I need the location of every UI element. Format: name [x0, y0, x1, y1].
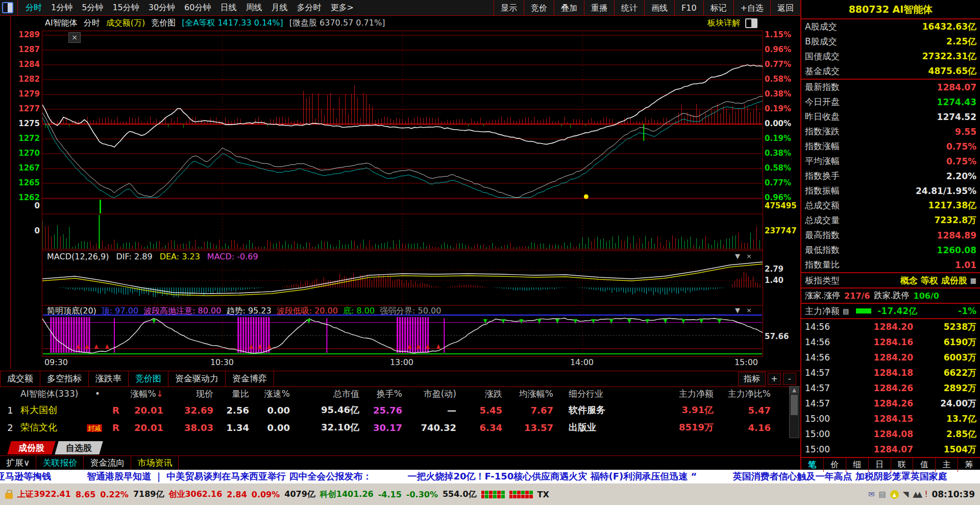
- indicator-tab-多空指标[interactable]: 多空指标: [40, 371, 89, 387]
- table-row-荣信文化[interactable]: 2荣信文化封减R20.0138.031.340.0032.10亿30.17740…: [0, 419, 789, 436]
- group-tab-自选股[interactable]: 自选股: [55, 441, 103, 454]
- period-item-15分钟[interactable]: 15分钟: [108, 0, 143, 15]
- indicator-select-button[interactable]: 指标: [738, 372, 766, 386]
- amount-mode-label[interactable]: 成交额(万): [106, 18, 145, 29]
- upload-icon[interactable]: ▲: [890, 490, 899, 499]
- period-item-分时[interactable]: 分时: [21, 0, 46, 15]
- tick-row[interactable]: 15:001284.1513.7亿: [801, 411, 980, 426]
- index-创业[interactable]: 创业3062.16: [168, 489, 222, 500]
- satellite-icon[interactable]: ◥: [903, 490, 909, 499]
- tick-row[interactable]: 15:001284.071504万: [801, 442, 980, 457]
- column-header-zs[interactable]: 涨速%: [249, 388, 290, 400]
- period-item-5分钟[interactable]: 5分钟: [77, 0, 108, 15]
- tick-row[interactable]: 14:561284.206003万: [801, 350, 980, 365]
- macd-collapse-icon[interactable]: ▼: [735, 252, 740, 260]
- tool-button-显示[interactable]: 显示: [494, 1, 524, 15]
- scroll-up-icon[interactable]: ▲: [790, 387, 799, 394]
- tick-row[interactable]: 14:571284.262892万: [801, 380, 980, 396]
- column-header-price[interactable]: 现价: [163, 388, 213, 400]
- period-item-月线[interactable]: 月线: [266, 0, 292, 15]
- bottom-tab-市场资讯[interactable]: 市场资讯: [131, 456, 179, 470]
- lock-icon[interactable]: [5, 493, 13, 499]
- tick-row[interactable]: 14:561284.166190万: [801, 334, 980, 350]
- tool-button-画线[interactable]: 画线: [644, 1, 674, 15]
- overlay-index-2[interactable]: [微盘股 6370.57 0.71%]: [289, 18, 385, 29]
- bottom-tab-关联报价[interactable]: 关联报价: [36, 456, 84, 470]
- panel-toggle-icon[interactable]: [745, 18, 757, 28]
- stock-name[interactable]: 科大国创: [20, 404, 87, 416]
- topbot-title[interactable]: 简明顶底(20): [47, 306, 96, 317]
- indicator-tab-资金驱动力[interactable]: 资金驱动力: [168, 371, 226, 387]
- news-item[interactable]: 智通港股早知道 ｜ 中美贸易谈判在马来西亚举行 四中全会公报发布：: [87, 470, 372, 483]
- tick-row[interactable]: 15:001284.082.85亿: [801, 426, 980, 442]
- bid-chart-label[interactable]: 竞价图: [151, 18, 176, 29]
- document-icon[interactable]: ▤: [879, 490, 886, 499]
- market-heat-icon[interactable]: [481, 491, 505, 498]
- indicator-tab-竞价图[interactable]: 竞价图: [129, 371, 168, 387]
- tick-row[interactable]: 14:571284.186622万: [801, 365, 980, 380]
- column-header-zf[interactable]: 涨幅%↓: [124, 388, 163, 400]
- rp-tab-细[interactable]: 细: [846, 458, 868, 472]
- column-header-zd[interactable]: 涨跌: [456, 388, 502, 400]
- rp-tab-主[interactable]: 主: [935, 458, 958, 472]
- tool-button-统计[interactable]: 统计: [614, 1, 644, 15]
- column-header-mv[interactable]: 总市值: [290, 388, 359, 400]
- scroll-thumb[interactable]: [791, 395, 798, 415]
- news-item[interactable]: 亚马逊等掏钱: [0, 470, 51, 483]
- group-tab-成份股[interactable]: 成份股: [7, 441, 55, 454]
- column-header-hs[interactable]: 换手%: [359, 388, 402, 400]
- tick-row[interactable]: 14:561284.205238万: [801, 319, 980, 334]
- rp-tab-值[interactable]: 值: [913, 458, 935, 472]
- tool-button-标记[interactable]: 标记: [703, 1, 733, 15]
- alert-icon[interactable]: !: [924, 490, 927, 499]
- window-icon[interactable]: [2, 2, 13, 13]
- column-header-jzf[interactable]: 均涨幅%: [502, 388, 553, 400]
- period-item-日线[interactable]: 日线: [215, 0, 241, 15]
- topbot-close-icon[interactable]: ×: [746, 306, 752, 314]
- tool-button-竞价[interactable]: 竞价: [524, 1, 554, 15]
- overlay-close-icon[interactable]: ×: [68, 32, 81, 43]
- column-header-pe[interactable]: 市盈(动): [402, 388, 456, 400]
- period-label[interactable]: 分时: [84, 18, 100, 29]
- tool-button-叠加[interactable]: 叠加: [554, 1, 584, 15]
- market-heat-icon[interactable]: [509, 491, 533, 498]
- bottom-tab-扩展∨[interactable]: 扩展∨: [0, 456, 36, 470]
- column-header-zl[interactable]: 主力净额: [640, 388, 714, 400]
- table-scrollbar[interactable]: ▲: [789, 386, 799, 438]
- news-item[interactable]: 英国消费者信心触及一年高点 加税阴影笼罩英国家庭: [732, 470, 947, 483]
- period-item-多分时[interactable]: 多分时: [292, 0, 326, 15]
- macd-title[interactable]: MACD(12,26,9): [47, 252, 109, 261]
- sector-detail-button[interactable]: 板块详解: [707, 18, 740, 29]
- period-item-30分钟[interactable]: 30分钟: [144, 0, 180, 15]
- zoom-in-button[interactable]: +: [768, 373, 781, 385]
- constituent-list-icon[interactable]: ▦: [970, 277, 976, 284]
- tool-button-F10[interactable]: F10: [674, 1, 703, 15]
- mail-icon[interactable]: ✉: [868, 490, 875, 499]
- period-item-周线[interactable]: 周线: [241, 0, 266, 15]
- column-header-lb[interactable]: 量比: [213, 388, 249, 400]
- indicator-tab-资金博弈[interactable]: 资金博弈: [226, 371, 274, 387]
- stock-name[interactable]: 荣信文化: [20, 421, 87, 434]
- macd-close-icon[interactable]: ×: [746, 252, 752, 260]
- overlay-index-1[interactable]: [全A等权 1417.33 0.14%]: [182, 18, 283, 29]
- column-header-ind[interactable]: 细分行业: [553, 388, 640, 400]
- zoom-out-button[interactable]: -: [783, 373, 796, 385]
- rp-tab-联[interactable]: 联: [891, 458, 913, 472]
- topbot-collapse-icon[interactable]: ▼: [735, 306, 740, 314]
- rp-tab-笔[interactable]: 笔: [801, 458, 823, 472]
- period-item-更多>[interactable]: 更多>: [326, 0, 358, 15]
- period-item-1分钟[interactable]: 1分钟: [46, 0, 77, 15]
- period-item-60分钟[interactable]: 60分钟: [180, 0, 215, 15]
- tool-button-重播[interactable]: 重播: [584, 1, 614, 15]
- indicator-tab-成交额[interactable]: 成交额: [0, 371, 40, 387]
- signal-icon[interactable]: ▲▲: [913, 490, 920, 499]
- index-上证[interactable]: 上证3922.41: [17, 489, 71, 500]
- rp-tab-日[interactable]: 日: [868, 458, 891, 472]
- table-row-科大国创[interactable]: 1科大国创R20.0132.692.560.0095.46亿25.76—5.45…: [0, 401, 789, 419]
- index-科创[interactable]: 科创1401.26: [320, 489, 374, 500]
- detail-doc-icon[interactable]: ▤: [843, 307, 849, 315]
- rp-tab-筹[interactable]: 筹: [958, 458, 980, 472]
- tool-button-+自选[interactable]: +自选: [733, 1, 770, 15]
- rp-tab-价[interactable]: 价: [823, 458, 846, 472]
- news-item[interactable]: 一把火烧掉20亿！F-150核心供应商遇火灾 福特(F)利润承压但迅速 “: [407, 470, 697, 483]
